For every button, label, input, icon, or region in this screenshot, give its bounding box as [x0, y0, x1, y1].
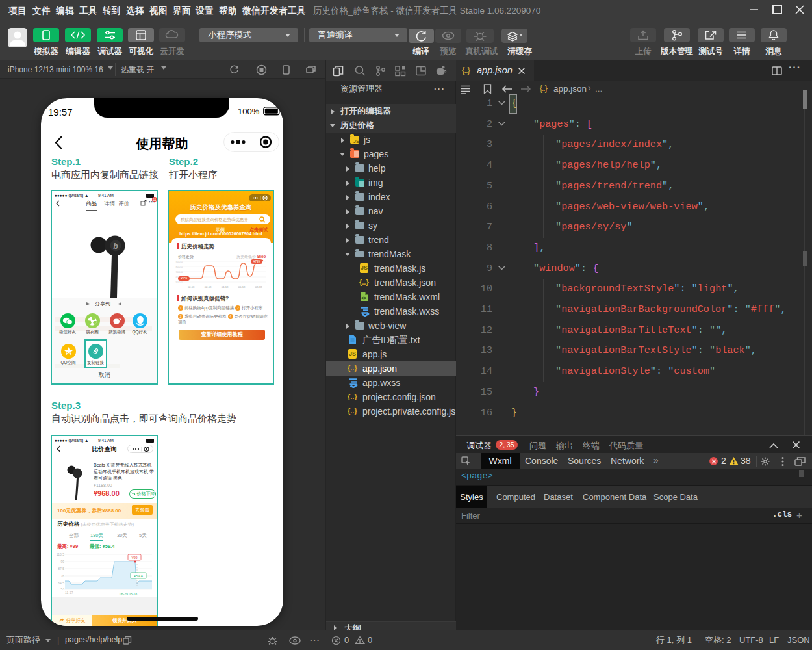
svg-text:99: 99 [60, 560, 64, 564]
svg-text:06-18: 06-18 [238, 285, 246, 289]
svg-text:04-18: 04-18 [222, 285, 229, 289]
svg-text:53: 53 [60, 587, 64, 591]
svg-text:08-18: 08-18 [255, 285, 262, 289]
svg-text:06-29 05-18: 06-29 05-18 [120, 592, 137, 596]
svg-text:¥99: ¥99 [131, 556, 137, 560]
svg-text:76: 76 [60, 574, 64, 578]
svg-text:500.0: 500.0 [176, 281, 183, 284]
svg-text:¥59.4: ¥59.4 [134, 574, 143, 578]
svg-text:700.0: 700.0 [176, 270, 183, 274]
svg-text:11-27: 11-27 [65, 591, 73, 595]
svg-text:64.5: 64.5 [58, 581, 64, 585]
svg-text:87.5: 87.5 [58, 567, 64, 571]
svg-text:<>: <> [361, 296, 366, 300]
svg-text:02-18: 02-18 [205, 285, 212, 289]
svg-text:110.5: 110.5 [57, 552, 64, 556]
svg-text:¥799: ¥799 [253, 260, 260, 263]
svg-text:800.0: 800.0 [176, 265, 183, 268]
svg-text:b: b [113, 242, 118, 251]
svg-text:12-18: 12-18 [188, 285, 195, 289]
svg-text:900.0: 900.0 [176, 260, 183, 263]
